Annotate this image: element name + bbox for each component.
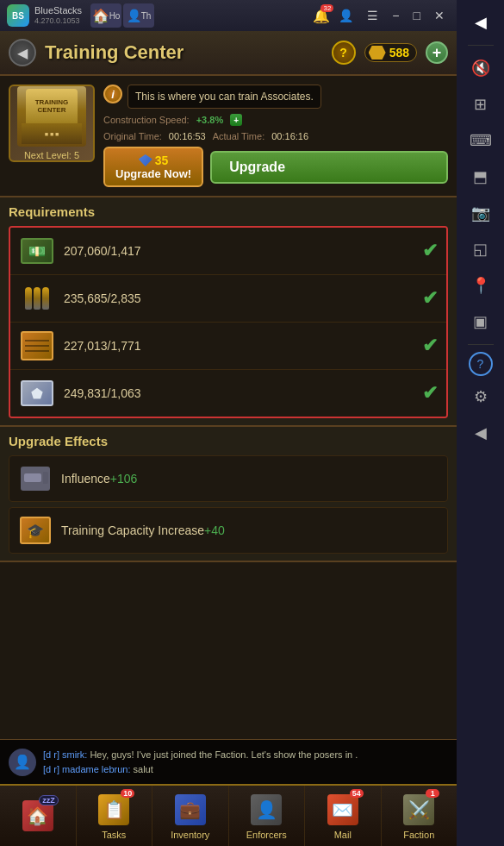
effect-bonus-training: +40 [204, 523, 225, 537]
sidebar-help-icon[interactable]: ? [469, 352, 493, 376]
speed-label: Construction Speed: [103, 115, 190, 125]
sidebar-grid-icon[interactable]: ⊞ [465, 89, 496, 120]
chat-avatar: 👤 [9, 749, 36, 776]
effects-title: Upgrade Effects [9, 434, 448, 448]
nav-item-home[interactable]: 🏠 zzZ [0, 786, 77, 846]
effect-label-influence: Influence+106 [61, 472, 137, 486]
bottom-nav: 🏠 zzZ 📋 10 Tasks 💼 Inventory 👤 Enforcers [0, 784, 457, 846]
req-item-metal: ⬟ 249,831/1,063 ✔ [10, 370, 446, 417]
req-value-money: 207,060/1,417 [64, 244, 414, 258]
faction-badge: 1 [426, 789, 439, 798]
menu-icon[interactable]: ☰ [362, 7, 383, 24]
tasks-icon: 📋 [98, 794, 129, 825]
speed-plus-btn[interactable]: + [230, 114, 242, 126]
gem-icon [139, 154, 152, 166]
upgrade-button[interactable]: Upgrade [210, 151, 448, 184]
notification-badge: 32 [320, 4, 333, 12]
nav-icon-mail: ✉️ 54 [326, 793, 360, 827]
zzz-badge: zzZ [39, 795, 59, 805]
req-value-crate: 227,013/1,771 [64, 339, 414, 353]
next-level-label: Next Level: 5 [24, 150, 79, 160]
sidebar-copy-icon[interactable]: ⬒ [465, 161, 496, 192]
bluestacks-title: BlueStacks 4.270.0.1053 [34, 5, 82, 26]
add-gold-button[interactable]: + [426, 41, 448, 64]
effects-section: Upgrade Effects Influence+106 🎓 Training… [0, 427, 457, 562]
chat-bar: 👤 [d r] smirk: Hey, guys! I've just join… [0, 739, 457, 784]
tasks-badge: 10 [121, 789, 134, 798]
nav-item-faction[interactable]: ⚔️ 1 Faction [382, 786, 457, 846]
faction-label: Faction [403, 830, 434, 840]
upgrade-now-button[interactable]: 35 Upgrade Now! [103, 147, 203, 187]
sidebar-settings-icon[interactable]: ⚙ [465, 381, 496, 412]
building-visual: TRAININGCENTER ■ ■ ■ [17, 86, 86, 147]
back-button[interactable]: ◀ [9, 39, 36, 66]
sidebar-back-icon[interactable]: ◀ [465, 7, 496, 38]
bluestacks-logo: BS [7, 4, 29, 27]
sidebar-camera-icon[interactable]: 📷 [465, 197, 496, 229]
building-image: TRAININGCENTER ■ ■ ■ Next Level: 5 [9, 85, 95, 162]
gem-count: 35 [155, 154, 169, 167]
checkmark-metal: ✔ [422, 382, 438, 404]
time-row: Original Time: 00:16:53 Actual Time: 00:… [103, 131, 448, 141]
speed-value: +3.8% [196, 115, 224, 125]
original-time-value: 00:16:53 [169, 131, 206, 141]
nav-home-btn[interactable]: 🏠 Ho [90, 3, 121, 28]
help-button[interactable]: ? [332, 41, 356, 65]
sidebar-nav-back-icon[interactable]: ◀ [465, 417, 496, 448]
effect-bonus-influence: +106 [110, 472, 138, 486]
nav-icon-home: 🏠 zzZ [21, 799, 55, 833]
nav-icon-inventory: 💼 [173, 793, 208, 827]
title-bar: ◀ Training Center ? 588 + [0, 31, 457, 76]
req-item-crate: 227,013/1,771 ✔ [10, 323, 446, 370]
money-icon: 💵 [21, 238, 53, 264]
nav-item-mail[interactable]: ✉️ 54 Mail [305, 786, 382, 846]
actual-time-value: 00:16:16 [271, 131, 308, 141]
nav-item-inventory[interactable]: 💼 Inventory [152, 786, 229, 846]
gold-amount: 588 [389, 46, 409, 60]
chat-name-2: [d r] madame lebrun: [43, 764, 131, 774]
checkmark-money: ✔ [422, 240, 438, 262]
faction-icon: ⚔️ [403, 794, 434, 825]
sidebar-gamepad-icon[interactable]: ▣ [465, 306, 496, 337]
chat-messages: [d r] smirk: Hey, guys! I've just joined… [43, 748, 448, 776]
sidebar-window-icon[interactable]: ◱ [465, 234, 496, 265]
bs-nav: 🏠 Ho 👤 Th [90, 3, 154, 28]
maximize-btn[interactable]: □ [408, 7, 426, 24]
sidebar-location-icon[interactable]: 📍 [465, 270, 496, 301]
ammo-req-icon [19, 282, 55, 315]
effect-label-training: Training Capacity Increase+40 [61, 523, 225, 537]
gold-display: 588 [364, 43, 417, 62]
crate-req-icon [19, 329, 55, 362]
tasks-label: Tasks [102, 830, 126, 840]
chat-message-2: [d r] madame lebrun: salut [43, 762, 448, 777]
nav-item-tasks[interactable]: 📋 10 Tasks [77, 786, 153, 846]
req-item-ammo: 235,685/2,835 ✔ [10, 275, 446, 323]
minimize-btn[interactable]: − [387, 7, 404, 24]
speed-row: Construction Speed: +3.8% + [103, 114, 448, 126]
sidebar-volume-icon[interactable]: 🔇 [465, 53, 496, 84]
info-button[interactable]: i [103, 85, 122, 103]
game-area: BS BlueStacks 4.270.0.1053 🏠 Ho 👤 Th 🔔 3… [0, 0, 457, 846]
enforcers-icon: 👤 [251, 794, 282, 825]
info-description: This is where you can train Associates. [128, 85, 321, 109]
effect-item-influence: Influence+106 [9, 455, 448, 502]
bs-controls: 🔔 32 👤 ☰ − □ ✕ [313, 7, 450, 24]
notification-btn[interactable]: 🔔 32 [313, 8, 330, 24]
nav-icon-enforcers: 👤 [249, 793, 283, 827]
mail-icon: ✉️ [327, 794, 358, 825]
page-title: Training Center [45, 41, 323, 64]
requirements-list: 💵 207,060/1,417 ✔ 235,685/2,835 ✔ [9, 226, 448, 418]
nav-thumb-btn[interactable]: 👤 Th [123, 3, 154, 28]
right-sidebar: ◀ 🔇 ⊞ ⌨ ⬒ 📷 ◱ 📍 ▣ ? ⚙ ◀ [457, 0, 504, 846]
nav-item-enforcers[interactable]: 👤 Enforcers [229, 786, 306, 846]
close-btn[interactable]: ✕ [429, 7, 450, 24]
bluestacks-bar: BS BlueStacks 4.270.0.1053 🏠 Ho 👤 Th 🔔 3… [0, 0, 457, 31]
nav-icon-tasks: 📋 10 [96, 793, 131, 827]
chat-name-1: [d r] smirk: [43, 749, 87, 760]
profile-icon[interactable]: 👤 [333, 7, 358, 24]
metal-req-icon: ⬟ [19, 377, 55, 410]
effect-item-training: 🎓 Training Capacity Increase+40 [9, 507, 448, 554]
sidebar-keyboard-icon[interactable]: ⌨ [465, 125, 496, 156]
metal-icon: ⬟ [21, 380, 53, 406]
content-filler [0, 562, 457, 739]
